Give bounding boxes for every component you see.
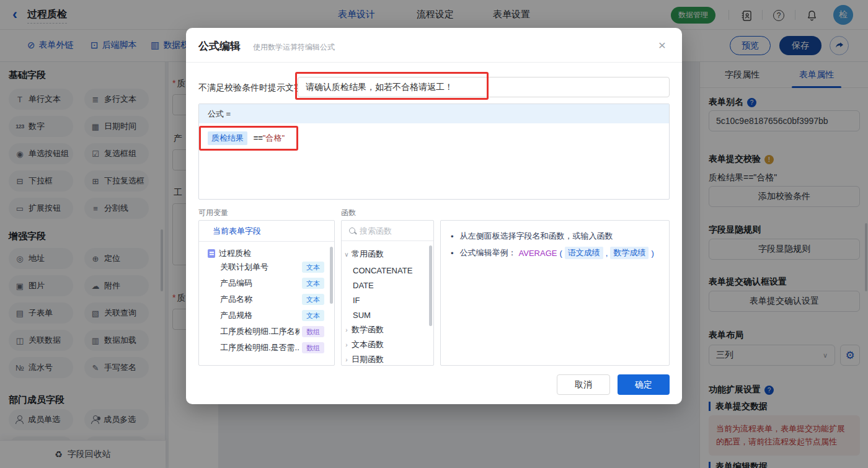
function-item-date[interactable]: DATE xyxy=(342,278,428,293)
average-function: AVERAGE xyxy=(519,249,557,258)
chevron-down-icon: ∨ xyxy=(342,251,352,258)
variables-panel: 当前表单字段 过程质检 关联计划单号文本 产品编码文本 产品名称文本 产品规格文… xyxy=(198,220,335,366)
variable-item[interactable]: 关联计划单号文本 xyxy=(220,259,332,275)
chevron-right-icon: › xyxy=(342,342,352,348)
document-icon xyxy=(208,249,215,258)
variable-item[interactable]: 产品编码文本 xyxy=(220,275,332,291)
type-badge: 文本 xyxy=(302,278,324,289)
function-item-sum[interactable]: SUM xyxy=(342,307,428,322)
type-badge: 数组 xyxy=(302,326,324,337)
variables-scrollbar[interactable] xyxy=(330,247,333,304)
variable-item[interactable]: 产品名称文本 xyxy=(220,291,332,307)
type-badge: 文本 xyxy=(302,310,324,321)
confirm-button[interactable]: 确定 xyxy=(618,374,670,395)
prompt-text-input[interactable] xyxy=(298,77,670,97)
example-chip: 语文成绩 xyxy=(565,247,603,259)
type-badge: 文本 xyxy=(302,294,324,305)
modal-subtitle: 使用数学运算符编辑公式 xyxy=(253,42,335,53)
formula-body[interactable]: 质检结果 =="合格" xyxy=(199,123,669,153)
help-line-2: 公式编辑举例：AVERAGE( 语文成绩 , 数学成绩 ) xyxy=(451,247,654,259)
modal-title: 公式编辑 xyxy=(198,39,241,53)
variable-item[interactable]: 工序质检明细.是否需...数组 xyxy=(220,340,332,356)
current-form-fields-tab[interactable]: 当前表单字段 xyxy=(199,221,334,242)
search-icon xyxy=(349,227,355,234)
chevron-right-icon: › xyxy=(342,327,352,333)
prompt-text-label: 不满足校验条件时提示文字: xyxy=(198,82,305,94)
modal-header: 公式编辑 使用数学运算符编辑公式 × xyxy=(186,28,682,63)
functions-section-label: 函数 xyxy=(341,208,356,218)
formula-string: "合格" xyxy=(263,133,285,143)
variable-item[interactable]: 产品规格文本 xyxy=(220,307,332,324)
formula-prefix: 公式 = xyxy=(199,104,669,123)
function-search xyxy=(342,221,433,241)
function-group-text[interactable]: ›文本函数 xyxy=(342,337,428,352)
functions-panel: ∨常用函数 CONCATENATE DATE IF SUM ›数学函数 ›文本函… xyxy=(341,220,434,366)
close-icon[interactable]: × xyxy=(655,38,670,53)
form-tree-root[interactable]: 过程质检 xyxy=(208,248,251,259)
function-item-if[interactable]: IF xyxy=(342,293,428,307)
field-chip[interactable]: 质检结果 xyxy=(208,131,247,145)
help-line-1: 从左侧面板选择字段名和函数，或输入函数 xyxy=(451,231,613,242)
function-item-concatenate[interactable]: CONCATENATE xyxy=(342,263,428,278)
function-group-date[interactable]: ›日期函数 xyxy=(342,352,428,366)
function-group-math[interactable]: ›数学函数 xyxy=(342,322,428,337)
cancel-button[interactable]: 取消 xyxy=(557,374,610,395)
variables-section-label: 可用变量 xyxy=(198,208,228,218)
example-chip: 数学成绩 xyxy=(610,247,649,259)
formula-editor: 公式 = 质检结果 =="合格" xyxy=(198,104,670,200)
variable-item[interactable]: 工序质检明细.工序名称数组 xyxy=(220,324,332,340)
function-search-input[interactable] xyxy=(360,226,422,236)
function-group-common[interactable]: ∨常用函数 xyxy=(342,247,428,262)
functions-scrollbar[interactable] xyxy=(429,245,432,326)
type-badge: 文本 xyxy=(302,262,324,273)
formula-operator: == xyxy=(254,133,263,143)
formula-edit-modal: 公式编辑 使用数学运算符编辑公式 × 不满足校验条件时提示文字: 公式 = 质检… xyxy=(186,28,682,404)
help-panel: 从左侧面板选择字段名和函数，或输入函数 公式编辑举例：AVERAGE( 语文成绩… xyxy=(440,220,670,366)
chevron-right-icon: › xyxy=(342,356,352,363)
app-window: ‹ 过程质检 表单设计 流程设定 表单设置 数据管理 ? 检 ⊘ 表单外链 ⊡ … xyxy=(0,0,868,468)
type-badge: 数组 xyxy=(302,342,324,353)
